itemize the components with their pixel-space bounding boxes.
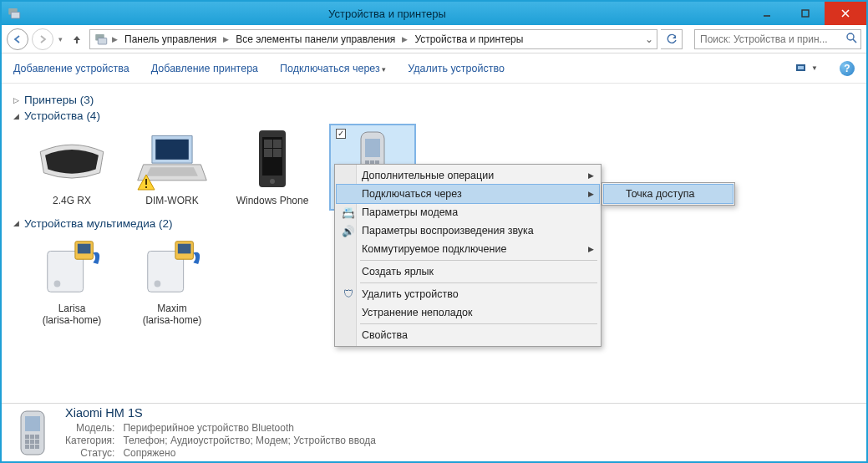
svg-rect-11	[798, 66, 804, 69]
breadcrumb-dropdown[interactable]: ⌄	[643, 33, 655, 45]
svg-rect-46	[25, 435, 29, 439]
svg-rect-48	[35, 435, 39, 439]
svg-rect-18	[273, 140, 282, 148]
submenu-access-point[interactable]: Точка доступа	[604, 185, 733, 203]
svg-rect-49	[25, 440, 29, 444]
svg-rect-20	[273, 149, 282, 157]
phone-icon	[256, 129, 289, 189]
svg-rect-7	[98, 38, 107, 44]
group-printers[interactable]: ▷ Принтеры (3)	[13, 94, 855, 106]
svg-line-9	[853, 39, 856, 43]
svg-rect-47	[30, 435, 34, 439]
search-box[interactable]	[694, 29, 861, 49]
svg-rect-39	[78, 243, 91, 253]
svg-rect-17	[264, 140, 272, 148]
svg-point-37	[54, 280, 61, 287]
cmd-remove-device[interactable]: Удалить устройство	[408, 63, 505, 74]
details-model: Периферийное устройство Bluetooth	[123, 422, 376, 434]
svg-rect-23	[365, 139, 380, 157]
breadcrumb-item-1[interactable]: Все элементы панели управления	[231, 32, 400, 47]
collapse-icon: ◢	[13, 112, 19, 120]
cmd-connect-via[interactable]: Подключаться через	[280, 63, 386, 74]
maximize-button[interactable]	[786, 2, 825, 25]
svg-rect-1	[11, 13, 20, 19]
forward-button[interactable]	[32, 28, 53, 50]
cmd-add-printer[interactable]: Добавление принтера	[151, 63, 258, 74]
svg-rect-13	[145, 179, 147, 185]
content-area: ▷ Принтеры (3) ◢ Устройства (4) 2.4G RX	[2, 84, 866, 403]
expand-icon: ▷	[13, 96, 19, 104]
svg-point-21	[270, 179, 275, 184]
svg-rect-51	[35, 440, 39, 444]
svg-rect-52	[25, 445, 29, 449]
context-submenu: Точка доступа	[602, 182, 735, 206]
menu-audio-params[interactable]: 🔊Параметры воспроизведения звука	[337, 221, 599, 240]
svg-point-41	[155, 280, 161, 287]
keyboard-icon	[37, 134, 107, 184]
menu-shortcut[interactable]: Создать ярлык	[337, 262, 599, 281]
breadcrumb-sep: ▶	[110, 35, 119, 43]
breadcrumb-item-2[interactable]: Устройства и принтеры	[409, 32, 528, 47]
menu-advanced[interactable]: Дополнительные операции▶	[337, 166, 599, 185]
nav-row: ▾ ▶ Панель управления ▶ Все элементы пан…	[2, 25, 866, 53]
details-pane: Xiaomi HM 1S Модель: Периферийное устрой…	[2, 403, 866, 461]
history-dropdown[interactable]: ▾	[57, 35, 64, 43]
titlebar: Устройства и принтеры	[2, 2, 866, 25]
device-24g-rx[interactable]: 2.4G RX	[30, 125, 114, 209]
window-icon	[7, 6, 22, 21]
up-button[interactable]	[68, 30, 86, 48]
media-device-maxim[interactable]: Maxim (larisa-home)	[130, 233, 214, 327]
svg-rect-3	[802, 10, 809, 17]
group-devices[interactable]: ◢ Устройства (4)	[13, 109, 855, 122]
breadcrumb[interactable]: ▶ Панель управления ▶ Все элементы панел…	[89, 29, 657, 49]
device-label: 2.4G RX	[30, 196, 114, 207]
breadcrumb-sep: ▶	[400, 35, 409, 43]
modem-icon: 📇	[342, 206, 355, 219]
minimize-button[interactable]	[748, 2, 786, 25]
svg-rect-12	[155, 140, 189, 160]
menu-dialup[interactable]: Коммутируемое подключение▶	[337, 240, 599, 258]
svg-rect-43	[178, 243, 191, 253]
menu-properties[interactable]: Свойства	[337, 326, 599, 344]
context-menu: Дополнительные операции▶ Подключаться че…	[334, 164, 602, 347]
search-input[interactable]	[698, 33, 842, 46]
speaker-icon: 🔊	[342, 225, 355, 237]
collapse-icon: ◢	[13, 219, 19, 227]
command-bar: Добавление устройства Добавление принтер…	[2, 53, 866, 84]
svg-rect-45	[25, 416, 40, 431]
shield-icon: 🛡	[342, 288, 355, 300]
device-dim-work[interactable]: DIM-WORK	[130, 125, 214, 209]
breadcrumb-sep: ▶	[221, 35, 231, 43]
group-devices-label: Устройства (4)	[24, 109, 100, 122]
group-printers-label: Принтеры (3)	[24, 94, 94, 106]
device-label: Windows Phone	[231, 196, 314, 207]
device-label: DIM-WORK	[130, 196, 214, 207]
menu-connect-via[interactable]: Подключаться через▶	[337, 185, 599, 203]
search-icon[interactable]	[845, 32, 857, 46]
breadcrumb-item-0[interactable]: Панель управления	[119, 32, 221, 47]
svg-rect-54	[35, 445, 39, 449]
menu-remove[interactable]: 🛡Удалить устройство	[337, 285, 599, 303]
refresh-button[interactable]	[661, 29, 683, 49]
view-button[interactable]: ▼	[796, 63, 818, 74]
details-device-icon	[13, 410, 52, 456]
group-multimedia-label: Устройства мультимедиа (2)	[24, 217, 173, 230]
details-name: Xiaomi HM 1S	[65, 406, 376, 420]
menu-troubleshoot[interactable]: Устранение неполадок	[337, 303, 599, 322]
svg-rect-53	[30, 445, 34, 449]
close-button[interactable]	[825, 2, 866, 25]
help-button[interactable]: ?	[840, 61, 855, 76]
media-device-icon	[39, 236, 104, 298]
svg-rect-19	[264, 149, 272, 157]
menu-modem-params[interactable]: 📇Параметры модема	[337, 203, 599, 221]
device-windows-phone[interactable]: Windows Phone	[231, 125, 314, 209]
details-category-label: Категория:	[65, 435, 114, 446]
warning-icon	[137, 174, 155, 191]
back-button[interactable]	[7, 28, 28, 50]
selection-checkbox[interactable]: ✓	[336, 129, 346, 139]
cmd-add-device[interactable]: Добавление устройства	[13, 63, 129, 74]
media-device-icon	[140, 236, 205, 298]
details-status: Сопряжено	[123, 447, 376, 459]
media-device-larisa[interactable]: Larisa (larisa-home)	[30, 233, 114, 327]
control-panel-icon	[94, 32, 109, 47]
